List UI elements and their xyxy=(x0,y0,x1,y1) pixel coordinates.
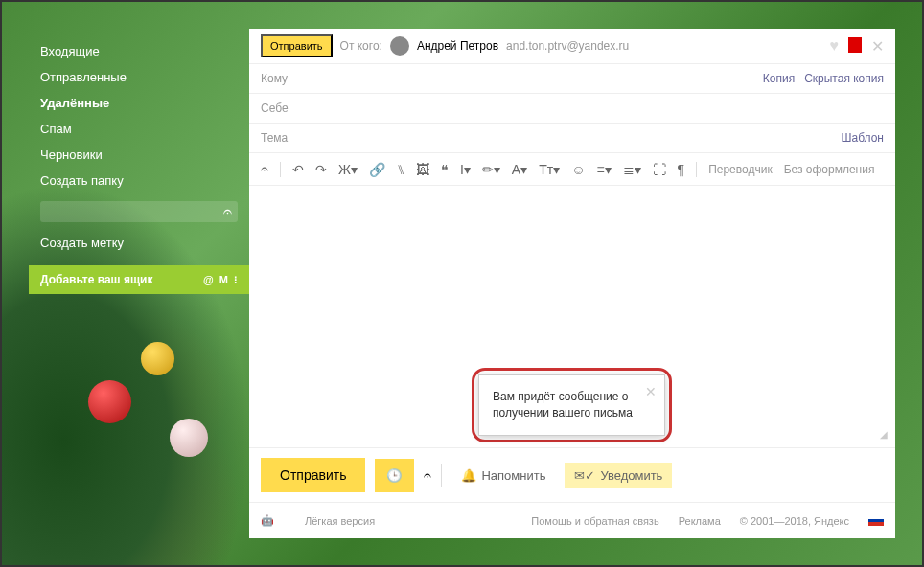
send-button-top[interactable]: Отправить xyxy=(261,34,333,57)
from-label: От кого: xyxy=(340,39,382,53)
bottom-toolbar: Отправить 🕒 𝄐 🔔 Напомнить ✉✓ Уведомить xyxy=(249,447,895,502)
font-icon[interactable]: A▾ xyxy=(512,162,527,177)
add-mailbox[interactable]: Добавьте ваш ящик @ M ⁝ xyxy=(29,265,249,294)
bold-icon[interactable]: Ж▾ xyxy=(338,162,358,177)
compose-topbar: Отправить От кого: Андрей Петров and.ton… xyxy=(249,29,895,64)
from-name: Андрей Петров xyxy=(417,39,498,53)
avatar xyxy=(390,36,409,56)
self-label: Себе xyxy=(261,102,289,115)
gmail-icon: M xyxy=(219,274,228,286)
resize-handle[interactable]: ◢ xyxy=(880,429,888,440)
lite-version-link[interactable]: Лёгкая версия xyxy=(305,515,375,527)
create-label[interactable]: Создать метку xyxy=(29,230,249,256)
notify-tooltip: ✕ Вам придёт сообщение о получении вашег… xyxy=(478,374,665,436)
close-icon[interactable]: ✕ xyxy=(871,37,884,56)
translator-link[interactable]: Переводчик xyxy=(708,163,773,176)
copyright: © 2001—2018, Яндекс xyxy=(740,515,849,527)
flag-icon[interactable] xyxy=(848,37,862,53)
link-icon[interactable]: 🔗 xyxy=(369,162,385,177)
heart-icon[interactable]: ♥ xyxy=(830,37,840,56)
sidebar: Входящие Отправленные Удалённые Спам Чер… xyxy=(29,29,249,538)
bcc-link[interactable]: Скрытая копия xyxy=(804,72,884,85)
textcolor-icon[interactable]: I▾ xyxy=(460,162,471,177)
bell-icon: 🔔 xyxy=(461,468,476,483)
tooltip-close-icon[interactable]: ✕ xyxy=(645,383,657,402)
from-email: and.ton.ptrv@yandex.ru xyxy=(506,39,629,53)
undo-icon[interactable]: ↶ xyxy=(292,162,304,177)
image-icon[interactable]: 🖼 xyxy=(416,162,429,177)
more-icon: ⁝ xyxy=(234,274,238,286)
compose-panel: Отправить От кого: Андрей Петров and.ton… xyxy=(249,29,895,538)
folder-sent[interactable]: Отправленные xyxy=(29,64,249,90)
to-field[interactable]: Кому Копия Скрытая копия xyxy=(249,64,895,94)
attach-icon[interactable]: 𝄐 xyxy=(261,161,268,177)
russia-flag-icon[interactable] xyxy=(868,515,884,526)
attach-bottom-icon[interactable]: 𝄐 xyxy=(424,467,431,484)
ads-link[interactable]: Реклама xyxy=(679,515,721,527)
align-icon[interactable]: ≣▾ xyxy=(623,162,641,177)
quote-icon[interactable]: ❝ xyxy=(441,162,449,177)
at-icon: @ xyxy=(203,274,214,286)
size-icon[interactable]: Tт▾ xyxy=(539,162,560,177)
label-strip[interactable]: 𝄐 xyxy=(40,201,238,222)
notify-label: Уведомить xyxy=(600,468,662,483)
list-icon[interactable]: ≡▾ xyxy=(596,162,611,177)
noformat-link[interactable]: Без оформления xyxy=(784,163,875,176)
remind-button[interactable]: 🔔 Напомнить xyxy=(451,463,555,488)
subject-label: Тема xyxy=(261,131,288,145)
highlight-ring: ✕ Вам придёт сообщение о получении вашег… xyxy=(472,368,672,442)
add-mailbox-label: Добавьте ваш ящик xyxy=(40,273,152,286)
folder-deleted[interactable]: Удалённые xyxy=(29,90,249,116)
send-button[interactable]: Отправить xyxy=(261,458,365,492)
fullscreen-icon[interactable]: ⛶ xyxy=(653,162,666,177)
redo-icon[interactable]: ↷ xyxy=(315,162,327,177)
self-field[interactable]: Себе xyxy=(249,94,895,124)
folder-create[interactable]: Создать папку xyxy=(29,168,249,193)
attachment-icon[interactable]: 𝄐 xyxy=(223,203,232,220)
cc-link[interactable]: Копия xyxy=(763,72,795,85)
emoji-icon[interactable]: ☺ xyxy=(571,162,585,177)
footer: 🤖 Лёгкая версия Помощь и обратная связь … xyxy=(249,502,895,538)
check-mail-icon: ✉✓ xyxy=(574,468,595,483)
folder-drafts[interactable]: Черновики xyxy=(29,142,249,168)
subject-field[interactable]: Тема Шаблон xyxy=(249,124,895,153)
folder-inbox[interactable]: Входящие xyxy=(29,38,249,64)
template-link[interactable]: Шаблон xyxy=(842,131,884,145)
clear-icon[interactable]: ¶ xyxy=(678,162,685,177)
remind-label: Напомнить xyxy=(481,468,545,483)
schedule-button[interactable]: 🕒 xyxy=(375,459,414,492)
help-link[interactable]: Помощь и обратная связь xyxy=(531,515,658,527)
bgcolor-icon[interactable]: ✏▾ xyxy=(482,162,500,177)
editor-toolbar: 𝄐 ↶ ↷ Ж▾ 🔗 ⑊ 🖼 ❝ I▾ ✏▾ A▾ Tт▾ ☺ ≡▾ ≣▾ ⛶ … xyxy=(249,153,895,186)
tooltip-text: Вам придёт сообщение о получении вашего … xyxy=(493,390,633,420)
unlink-icon[interactable]: ⑊ xyxy=(397,162,404,177)
android-icon[interactable]: 🤖 xyxy=(261,514,274,527)
to-label: Кому xyxy=(261,72,288,85)
notify-button[interactable]: ✉✓ Уведомить xyxy=(565,463,672,488)
folder-spam[interactable]: Спам xyxy=(29,116,249,142)
